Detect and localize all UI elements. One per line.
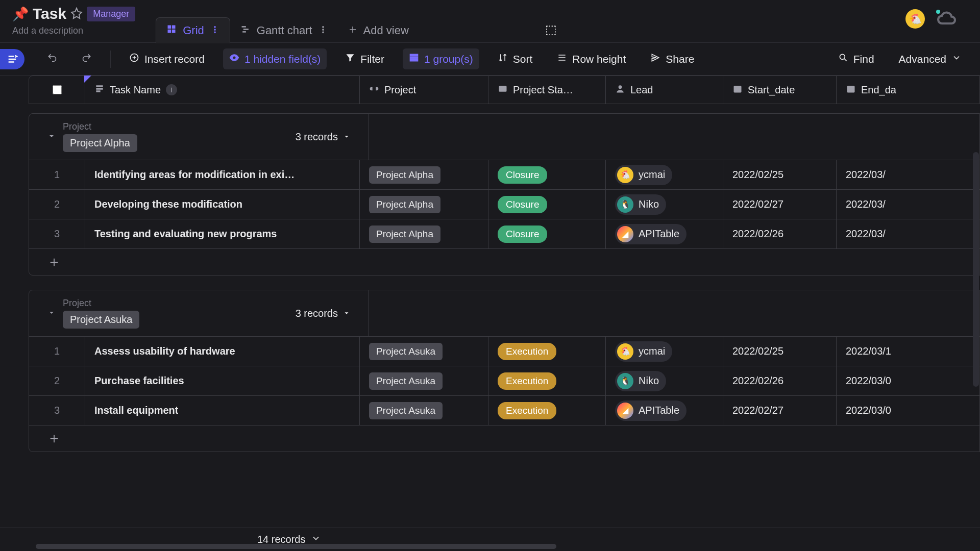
row-height-button[interactable]: Row height	[551, 48, 632, 69]
cell-lead[interactable]: 🐔 ycmai	[606, 337, 723, 366]
cell-project[interactable]: Project Alpha	[360, 190, 488, 219]
select-all-cell[interactable]	[29, 76, 85, 104]
group-field-label: Project	[63, 121, 137, 132]
cell-project[interactable]: Project Alpha	[360, 160, 488, 189]
hidden-fields-button[interactable]: 1 hidden field(s)	[223, 48, 327, 69]
cell-end-date[interactable]: 2022/03/0	[837, 366, 918, 395]
group-header[interactable]: Project Project Asuka 3 records	[29, 290, 979, 336]
group-record-count[interactable]: 3 records	[296, 308, 350, 319]
cell-project[interactable]: Project Alpha	[360, 219, 488, 248]
lead-avatar-icon: ◢	[617, 403, 633, 419]
undo-button[interactable]	[41, 48, 63, 69]
user-avatar[interactable]: 🐔	[905, 9, 925, 29]
cell-status[interactable]: Execution	[488, 366, 606, 395]
column-end-date[interactable]: End_da	[837, 76, 918, 104]
row-index[interactable]: 1	[29, 337, 85, 366]
row-index[interactable]: 2	[29, 190, 85, 219]
tab-grid-menu-icon[interactable]	[210, 24, 219, 37]
info-icon[interactable]: i	[166, 84, 177, 95]
cell-task-name[interactable]: Purchase facilities	[85, 366, 360, 395]
cell-lead[interactable]: ◢ APITable	[606, 219, 723, 248]
tab-gantt-menu-icon[interactable]	[318, 24, 328, 37]
share-button[interactable]: Share	[644, 48, 700, 69]
add-view-button[interactable]: Add view	[338, 18, 419, 43]
group-record-count[interactable]: 3 records	[296, 131, 350, 143]
redo-button[interactable]	[76, 48, 98, 69]
cell-project[interactable]: Project Asuka	[360, 366, 488, 395]
row-index[interactable]: 1	[29, 160, 85, 189]
cell-status[interactable]: Closure	[488, 190, 606, 219]
tab-grid[interactable]: Grid	[156, 17, 230, 43]
cell-lead[interactable]: 🐧 Niko	[606, 366, 723, 395]
table-row[interactable]: 3 Install equipment Project Asuka Execut…	[29, 395, 979, 425]
table-row[interactable]: 2 Developing these modification Project …	[29, 189, 979, 219]
lead-avatar-icon: ◢	[617, 226, 633, 242]
sync-status[interactable]	[937, 11, 958, 28]
separator	[110, 51, 111, 68]
column-task-name[interactable]: Task Name i	[85, 76, 360, 104]
cursor-icon: ⬚	[545, 22, 557, 37]
filter-button[interactable]: Filter	[339, 48, 390, 69]
collapse-icon[interactable]	[47, 309, 56, 318]
table-row[interactable]: 1 Identifying areas for modification in …	[29, 160, 979, 189]
cell-task-name[interactable]: Identifying areas for modification in ex…	[85, 160, 360, 189]
cell-start-date[interactable]: 2022/02/25	[723, 337, 837, 366]
cell-status[interactable]: Closure	[488, 160, 606, 189]
lead-avatar-icon: 🐔	[617, 343, 633, 360]
cell-project[interactable]: Project Asuka	[360, 337, 488, 366]
cell-end-date[interactable]: 2022/03/1	[837, 337, 918, 366]
cell-status[interactable]: Execution	[488, 337, 606, 366]
column-project[interactable]: Project	[360, 76, 488, 104]
cell-task-name[interactable]: Developing these modification	[85, 190, 360, 219]
cell-end-date[interactable]: 2022/03/	[837, 160, 918, 189]
horizontal-scrollbar[interactable]	[36, 544, 556, 549]
group-header[interactable]: Project Project Alpha 3 records	[29, 114, 979, 160]
table-row[interactable]: 3 Testing and evaluating new programs Pr…	[29, 219, 979, 248]
cell-start-date[interactable]: 2022/02/26	[723, 219, 837, 248]
sort-label: Sort	[513, 53, 533, 65]
add-row-button[interactable]	[29, 425, 979, 452]
cell-start-date[interactable]: 2022/02/27	[723, 396, 837, 425]
cell-lead[interactable]: 🐧 Niko	[606, 190, 723, 219]
cell-end-date[interactable]: 2022/03/	[837, 190, 918, 219]
member-field-icon	[615, 84, 625, 96]
select-all-checkbox[interactable]	[53, 85, 62, 94]
column-lead[interactable]: Lead	[606, 76, 723, 104]
cell-start-date[interactable]: 2022/02/25	[723, 160, 837, 189]
cell-status[interactable]: Execution	[488, 396, 606, 425]
row-index[interactable]: 2	[29, 366, 85, 395]
insert-record-button[interactable]: Insert record	[123, 48, 211, 69]
cell-start-date[interactable]: 2022/02/26	[723, 366, 837, 395]
vertical-scrollbar[interactable]	[973, 152, 979, 387]
cell-start-date[interactable]: 2022/02/27	[723, 190, 837, 219]
tab-gantt[interactable]: Gantt chart	[230, 18, 338, 43]
column-end-date-label: End_da	[861, 84, 896, 96]
collapse-icon[interactable]	[47, 132, 56, 142]
row-index[interactable]: 3	[29, 396, 85, 425]
cell-task-name[interactable]: Assess usability of hardware	[85, 337, 360, 366]
column-start-date[interactable]: Start_date	[723, 76, 837, 104]
column-project-status[interactable]: Project Sta…	[488, 76, 606, 104]
cell-end-date[interactable]: 2022/03/0	[837, 396, 918, 425]
cell-lead[interactable]: ◢ APITable	[606, 396, 723, 425]
row-index[interactable]: 3	[29, 219, 85, 248]
cell-task-name[interactable]: Install equipment	[85, 396, 360, 425]
date-field-icon	[732, 84, 743, 96]
description-placeholder[interactable]: Add a description	[12, 26, 135, 36]
star-icon[interactable]	[70, 7, 83, 21]
group-button[interactable]: 1 group(s)	[403, 48, 479, 69]
expand-sidebar-button[interactable]	[0, 49, 24, 69]
group: Project Project Alpha 3 records 1 Identi…	[29, 113, 980, 276]
advanced-button[interactable]: Advanced	[893, 48, 968, 69]
table-row[interactable]: 1 Assess usability of hardware Project A…	[29, 336, 979, 366]
add-row-button[interactable]	[29, 248, 979, 275]
cell-end-date[interactable]: 2022/03/	[837, 219, 918, 248]
find-button[interactable]: Find	[832, 48, 880, 69]
cell-task-name[interactable]: Testing and evaluating new programs	[85, 219, 360, 248]
cell-lead[interactable]: 🐔 ycmai	[606, 160, 723, 189]
lead-name: APITable	[639, 405, 679, 416]
table-row[interactable]: 2 Purchase facilities Project Asuka Exec…	[29, 366, 979, 395]
cell-project[interactable]: Project Asuka	[360, 396, 488, 425]
sort-button[interactable]: Sort	[492, 48, 539, 69]
cell-status[interactable]: Closure	[488, 219, 606, 248]
